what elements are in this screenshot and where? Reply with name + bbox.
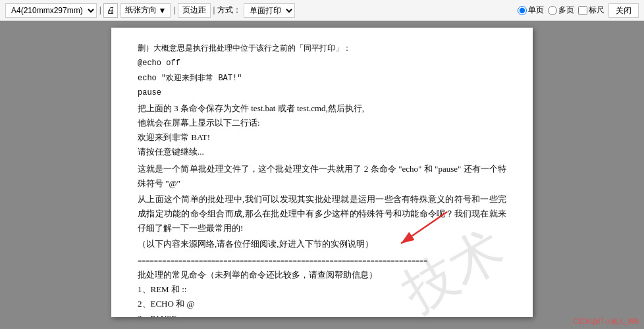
toolbar-divider-2: |: [173, 5, 174, 15]
screen2: 请按任意键继续...: [138, 145, 506, 159]
margin-button[interactable]: 页边距: [178, 3, 211, 18]
echo-welcome-line: echo "欢迎来到非常 BAT!": [138, 72, 506, 85]
multi-label: 多页: [558, 5, 574, 16]
method-label: 方式：: [217, 5, 241, 16]
close-button[interactable]: 关闭: [608, 3, 639, 18]
orientation-label: 纸张方向: [125, 5, 157, 16]
orientation-button[interactable]: 纸张方向 ▼: [121, 3, 171, 18]
single-page-radio[interactable]: [518, 6, 527, 15]
print-toolbar: A4(210mmx297mm) | 🖨 纸张方向 ▼ | 页边距 | 方式： 单…: [0, 0, 644, 21]
section-title: 批处理的常见命令（未列举的命令还比较多，请查阅帮助信息）: [138, 268, 506, 282]
margin-label: 页边距: [182, 5, 206, 16]
toolbar-right: 单页 多页 标尺 关闭: [518, 3, 639, 18]
page-content: 删）大概意思是执行批处理中位于该行之前的「同平打印」： @echo off ec…: [138, 42, 506, 317]
line1: 删）大概意思是执行批处理中位于该行之前的「同平打印」：: [138, 42, 506, 55]
close-label: 关闭: [616, 6, 631, 15]
single-label: 单页: [528, 5, 544, 16]
toolbar-divider-3: |: [213, 5, 215, 15]
page-preview: 删）大概意思是执行批处理中位于该行之前的「同平打印」： @echo off ec…: [0, 21, 644, 329]
screen1: 欢迎来到非常 BAT!: [138, 130, 506, 145]
paper-size-select[interactable]: A4(210mmx297mm): [5, 3, 97, 18]
pause-line: pause: [138, 86, 506, 99]
ruler-label: 标尺: [589, 5, 604, 16]
multi-page-radio[interactable]: [548, 6, 557, 15]
chevron-down-icon: ▼: [158, 6, 166, 15]
orientation-icon[interactable]: 🖨: [103, 3, 118, 18]
item-2: 2、ECHO 和 @: [138, 297, 506, 311]
single-page-option: 单页: [518, 5, 544, 16]
desc2: 他就会在屏幕上显示以下二行话:: [138, 116, 506, 130]
item-3: 3、PAUSE: [138, 311, 506, 317]
toolbar-divider-1: |: [99, 5, 101, 15]
desc1: 把上面的 3 条命令保存为文件 test.bat 或者 test.cmd,然后执…: [138, 101, 506, 116]
divider: ========================================…: [138, 255, 506, 267]
multi-page-option: 多页: [548, 5, 574, 16]
main-area: 删）大概意思是执行批处理中位于该行之前的「同平打印」： @echo off ec…: [0, 21, 644, 329]
method-select[interactable]: 单面打印: [244, 3, 295, 18]
note: （以下内容来源网络,请各位仔细阅读,好进入下节的实例说明）: [138, 237, 506, 251]
csdn-badge: CSDN@IT小贱人_999: [573, 317, 639, 326]
para2: 从上面这个简单的批处理中,我们可以发现其实批处理就是运用一些含有特殊意义的符号和…: [138, 192, 506, 236]
item-1: 1、REM 和 ::: [138, 282, 506, 297]
para1: 这就是一个简单批处理文件了，这个批处理文件一共就用了 2 条命令 "echo" …: [138, 162, 506, 191]
ruler-option: 标尺: [578, 5, 604, 16]
toolbar-left: A4(210mmx297mm) | 🖨 纸张方向 ▼ | 页边距 | 方式： 单…: [5, 3, 512, 18]
ruler-checkbox[interactable]: [578, 6, 587, 15]
page-paper: 删）大概意思是执行批处理中位于该行之前的「同平打印」： @echo off ec…: [111, 28, 533, 317]
echo-off-line: @echo off: [138, 57, 506, 70]
